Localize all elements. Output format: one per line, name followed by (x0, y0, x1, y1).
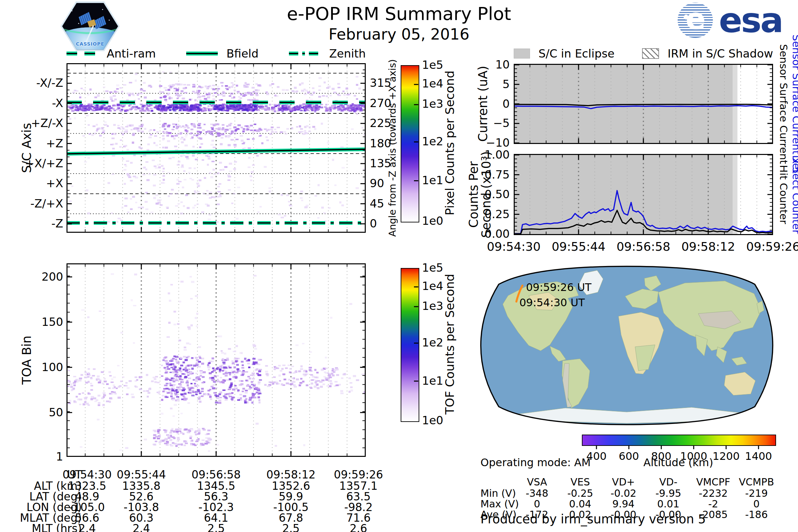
tof-colorbar-tick-1e4: 1e4 (422, 279, 443, 292)
angle-tick-180: 180 (370, 137, 391, 150)
sensor-surface-current-label: Sensor Surface Current (778, 44, 790, 164)
octant-label-+Z: +Z (46, 137, 63, 150)
voltage-col-VCMPB: VCMPB (726, 476, 786, 488)
altitude-colorbar (582, 435, 776, 446)
track-start-label: 09:54:30 UT (519, 296, 585, 309)
toa-tick-150: 150 (41, 315, 63, 328)
current-tick-5: 5 (502, 77, 510, 91)
counts-tick-0: 0.00 (484, 227, 510, 241)
tof-colorbar-tick-1e3: 1e3 (422, 299, 443, 312)
pixel-colorbar-ticks (401, 65, 421, 224)
current-tick--10: −10 (486, 136, 510, 149)
current-tick-0: 0 (502, 97, 510, 110)
counters-panel (514, 154, 773, 235)
angle-tick-45: 45 (370, 197, 384, 210)
current-tick-10: 10 (495, 58, 510, 71)
counts-tick-1: 1.00 (484, 148, 510, 161)
octant-label--Z: -Z (51, 217, 63, 230)
tof-colorbar-ticks (401, 268, 421, 423)
sensor-current-panel (514, 64, 773, 144)
octant-label--X: -X (52, 96, 63, 110)
octant-label--X/-Z: -X/-Z (36, 76, 63, 90)
toa-tick-1: 1 (56, 450, 63, 463)
chart-layer: -X/-Z-X+Z/-X+Z+X/+Z+X-Z/+X-Z315270225180… (0, 0, 798, 532)
table-cell: 2.4 (107, 522, 176, 532)
octant-label-+X/+Z: +X/+Z (25, 157, 63, 170)
detect-counter-label: Detect Counter (790, 155, 798, 234)
tof-colorbar-tick-1e0: 1e0 (422, 414, 443, 427)
toa-tick-100: 100 (41, 360, 63, 374)
pixel-colorbar-tick-1e3: 1e3 (422, 97, 443, 110)
angle-tick-270: 270 (370, 96, 391, 110)
world-map (479, 264, 775, 427)
tof-colorbar-tick-1e2: 1e2 (422, 336, 443, 349)
table-cell: 2.5 (256, 522, 326, 532)
produced-by-footer: Produced by irm_summary version 5 (480, 512, 706, 526)
angle-tick-135: 135 (370, 157, 391, 170)
pixel-heatmap-panel (66, 63, 366, 233)
counts-tick-0.25: 0.25 (484, 208, 510, 221)
pixel-colorbar-tick-1e2: 1e2 (422, 135, 443, 148)
octant-label-+X: +X (46, 176, 63, 190)
table-cell: 2.5 (181, 522, 251, 532)
voltage-cell: -186 (726, 509, 786, 520)
pixel-colorbar-tick-1e1: 1e1 (422, 174, 443, 187)
angle-tick-90: 90 (370, 176, 384, 190)
tof-colorbar-tick-1e5: 1e5 (422, 261, 443, 274)
toa-heatmap-panel (66, 263, 366, 457)
counts-tick-0.5: 0.50 (484, 188, 510, 201)
hit-counter-label: Hit Counter (778, 165, 790, 224)
angle-tick-0: 0 (370, 217, 377, 230)
right-time-tick-0: 09:54:30 (484, 240, 544, 253)
voltage-cell: -219 (726, 488, 786, 499)
angle-tick-225: 225 (370, 116, 391, 130)
altitude-colorbar-label: Altitude (km) (582, 456, 775, 469)
right-time-tick-4: 09:59:26 (743, 240, 798, 253)
pixel-colorbar-tick-1e4: 1e4 (422, 77, 443, 90)
toa-tick-200: 200 (41, 270, 63, 283)
current-tick--5: −5 (493, 116, 510, 130)
pixel-colorbar-tick-1e0: 1e0 (422, 214, 443, 227)
voltage-cell: 0 (726, 498, 786, 510)
sensor-surface-current-x5-label: Sensor Surface Current x 5 (790, 34, 798, 173)
tof-colorbar-tick-1e1: 1e1 (422, 374, 443, 387)
track-end-label: 09:59:26 UT (526, 281, 591, 293)
counts-tick-0.75: 0.75 (484, 168, 510, 181)
pixel-colorbar-tick-1e5: 1e5 (422, 58, 443, 72)
summary-plot-page: CASSIOPE e-POP IRM Summary Plot February… (0, 0, 798, 532)
right-time-tick-3: 09:58:12 (678, 240, 738, 253)
right-time-tick-1: 09:55:44 (549, 240, 608, 253)
table-cell: 2.6 (324, 522, 393, 532)
octant-label--Z/+X: -Z/+X (30, 197, 63, 210)
operating-mode-label: Operating mode: AM (480, 456, 590, 469)
octant-label-+Z/-X: +Z/-X (31, 116, 63, 130)
angle-tick-315: 315 (370, 76, 391, 90)
toa-tick-50: 50 (49, 406, 63, 419)
right-time-tick-2: 09:56:58 (613, 240, 673, 253)
